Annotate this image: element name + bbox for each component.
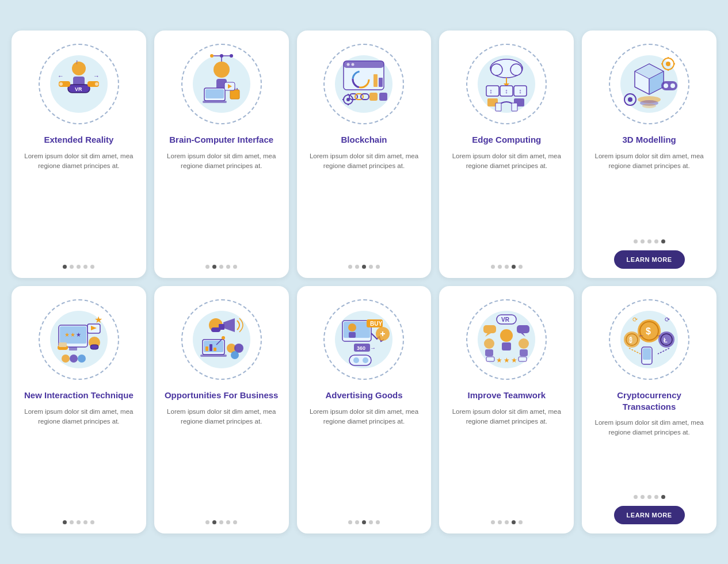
card-title: Opportunities For Business: [165, 390, 279, 401]
svg-text:↕: ↕: [505, 87, 509, 94]
svg-point-105: [222, 336, 225, 340]
svg-rect-22: [230, 90, 239, 99]
svg-point-94: [62, 355, 70, 363]
svg-rect-100: [219, 324, 224, 330]
pagination-dots: [348, 520, 380, 524]
dot-0: [205, 520, 209, 524]
card-blockchain: Blockchain Lorem ipsum dolor sit dim ame…: [297, 31, 432, 278]
card-3d-modelling: 3D Modelling Lorem ipsum dolor sit dim a…: [582, 31, 716, 278]
svg-point-7: [95, 82, 98, 86]
dot-0: [634, 495, 638, 499]
card-body: Lorem ipsum dolor sit dim amet, mea regi…: [20, 407, 138, 513]
svg-line-157: [629, 348, 641, 354]
svg-rect-20: [205, 89, 224, 98]
svg-rect-131: [517, 325, 529, 333]
dot-2: [505, 265, 509, 269]
svg-point-50: [510, 64, 522, 75]
svg-rect-156: [643, 348, 651, 360]
svg-rect-136: [485, 349, 493, 356]
svg-point-74: [664, 83, 668, 88]
pagination-dots: [205, 265, 237, 269]
card-body: Lorem ipsum dolor sit dim amet, mea regi…: [162, 407, 281, 513]
dot-1: [355, 265, 359, 269]
illustration-edge: ↕ ↕ ↕: [463, 41, 550, 127]
svg-rect-110: [209, 344, 212, 351]
svg-rect-40: [369, 93, 378, 101]
svg-text:★: ★: [70, 331, 75, 338]
dot-0: [63, 520, 67, 524]
illustration-brain: [178, 41, 265, 127]
pagination-dots: [491, 520, 523, 524]
svg-rect-103: [200, 355, 227, 357]
dot-1: [212, 265, 216, 269]
card-new-interaction: ★ ★ ★ ★: [12, 286, 146, 533]
dot-4: [376, 265, 380, 269]
dot-4: [661, 239, 665, 243]
dot-3: [226, 520, 230, 524]
learn-more-button-2[interactable]: LEARN MORE: [614, 506, 685, 524]
illustration-teamwork: VR ★ ★: [463, 296, 550, 383]
svg-point-17: [230, 54, 233, 58]
dot-1: [212, 520, 216, 524]
svg-text:→: →: [655, 332, 662, 339]
svg-point-95: [70, 355, 78, 363]
svg-point-133: [500, 329, 513, 342]
dot-3: [369, 520, 373, 524]
svg-point-122: [353, 357, 359, 363]
svg-point-123: [363, 357, 368, 363]
pagination-dots: [348, 265, 380, 269]
dot-3: [226, 265, 230, 269]
card-title: Cryptocurrency Transactions: [590, 390, 708, 412]
card-title: Advertising Goods: [325, 390, 402, 401]
svg-rect-61: [496, 103, 501, 111]
learn-more-button[interactable]: LEARN MORE: [614, 250, 685, 269]
card-edge-computing: ↕ ↕ ↕ Edge Computing Lorem ipsum dolor s…: [439, 31, 574, 278]
svg-text:←: ←: [58, 73, 64, 79]
dot-1: [498, 265, 502, 269]
dot-3: [83, 265, 87, 269]
svg-rect-39: [361, 94, 369, 100]
card-opportunities: Opportunities For Business Lorem ipsum d…: [154, 286, 289, 533]
dot-0: [491, 265, 495, 269]
svg-point-114: [348, 323, 356, 331]
card-brain-computer: Brain-Computer Interface Lorem ipsum dol…: [154, 31, 289, 278]
illustration-blockchain: [321, 41, 407, 127]
illustration-vr: VR ← → ↑: [36, 41, 122, 127]
card-title: Improve Teamwork: [467, 390, 546, 401]
svg-point-5: [59, 82, 63, 86]
svg-rect-109: [205, 346, 208, 351]
svg-line-158: [658, 348, 669, 354]
illustration-crypto: $ ₿ Ł ← →: [606, 296, 692, 383]
dot-3: [512, 265, 516, 269]
dot-0: [348, 265, 352, 269]
pagination-dots: [63, 520, 94, 524]
card-title: Extended Reality: [44, 134, 113, 146]
svg-rect-93: [59, 342, 67, 347]
dot-4: [376, 520, 380, 524]
dot-1: [498, 520, 502, 524]
dot-4: [90, 520, 94, 524]
pagination-dots: [491, 265, 523, 269]
svg-rect-35: [373, 74, 378, 87]
svg-text:★: ★: [511, 356, 517, 364]
dot-0: [205, 265, 209, 269]
dot-3: [369, 265, 373, 269]
illustration-3d: [606, 41, 692, 127]
card-extended-reality: VR ← → ↑ Extended Reality Lorem ipsum do…: [12, 31, 146, 278]
card-teamwork: VR ★ ★: [439, 286, 574, 533]
svg-point-0: [72, 62, 86, 75]
svg-marker-130: [485, 333, 491, 337]
dot-3: [654, 495, 658, 499]
dot-4: [661, 495, 665, 499]
card-body: Lorem ipsum dolor sit dim amet, mea regi…: [162, 151, 281, 257]
svg-text:★: ★: [94, 315, 102, 325]
dot-2: [505, 520, 509, 524]
card-title: New Interaction Technique: [24, 390, 134, 401]
svg-rect-142: [486, 357, 494, 361]
svg-point-135: [484, 338, 494, 349]
dot-1: [70, 265, 74, 269]
svg-rect-62: [512, 103, 517, 111]
dot-0: [63, 265, 67, 269]
svg-rect-113: [344, 322, 370, 338]
svg-text:⟳: ⟳: [632, 316, 638, 323]
